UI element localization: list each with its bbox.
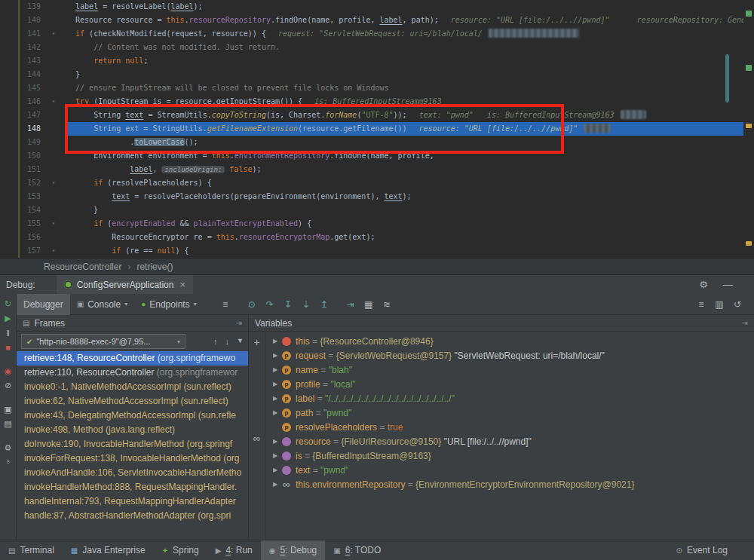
code-text[interactable]: } xyxy=(66,68,754,81)
code-text[interactable]: Environment environment = this.environme… xyxy=(66,149,754,163)
editor-gutter[interactable]: 150 xyxy=(0,149,66,163)
step-out-icon[interactable]: ↥ xyxy=(317,299,332,310)
rerun-icon[interactable]: ↻ xyxy=(2,297,15,311)
frame-row[interactable]: invoke:62, NativeMethodAccessorImpl (sun… xyxy=(17,394,248,409)
frame-row[interactable]: doInvoke:190, InvocableHandlerMethod (or… xyxy=(17,437,248,451)
step-into-icon[interactable]: ↧ xyxy=(280,299,296,310)
editor-gutter[interactable]: 145 xyxy=(0,81,66,95)
code-editor[interactable]: 139 label = resolveLabel(label);140 Reso… xyxy=(0,0,754,258)
code-text[interactable]: // ensure InputStream will be closed to … xyxy=(66,81,754,95)
variable-row[interactable]: ▶this = {ResourceController@8946} xyxy=(265,334,754,348)
next-frame-icon[interactable]: ↓ xyxy=(225,337,230,346)
restore-view-icon[interactable]: ↺ xyxy=(730,299,745,310)
line-number[interactable]: 146 xyxy=(0,95,48,109)
line-number[interactable]: 153 xyxy=(0,190,48,203)
statusbar-terminal[interactable]: ▤Terminal xyxy=(0,540,63,560)
frame-row[interactable]: invokeHandlerMethod:888, RequestMappingH… xyxy=(17,480,248,494)
breadcrumb-class[interactable]: ResourceController xyxy=(44,262,121,272)
code-text[interactable]: label = resolveLabel(label); xyxy=(66,0,754,14)
code-text[interactable]: label, includeOrigin: false); xyxy=(66,163,754,176)
editor-gutter[interactable]: 154 xyxy=(0,203,66,217)
run-to-cursor-icon[interactable]: ⇥ xyxy=(343,299,358,310)
variable-row[interactable]: ▶pname = "blah" xyxy=(265,363,754,377)
frame-row[interactable]: handleInternal:793, RequestMappingHandle… xyxy=(17,494,248,509)
editor-gutter[interactable]: 139 xyxy=(0,0,66,14)
variable-row[interactable]: ▶plabel = "/../../../../../../../../../.… xyxy=(265,391,754,405)
scrollbar-thumb[interactable] xyxy=(725,54,729,103)
code-text[interactable]: String text = StreamUtils.copyToString(i… xyxy=(66,109,754,122)
layout-menu-icon[interactable]: ≡ xyxy=(218,299,233,310)
minimize-icon[interactable]: — xyxy=(723,279,733,290)
editor-gutter[interactable]: 146▾ xyxy=(0,95,66,109)
code-text[interactable]: .toLowerCase(); xyxy=(66,136,754,149)
code-text[interactable]: ResourceEncryptor re = this.resourceEncr… xyxy=(66,231,754,244)
previous-frame-icon[interactable]: ↑ xyxy=(213,337,218,346)
pause-icon[interactable]: ‖ xyxy=(2,326,15,340)
line-number[interactable]: 151 xyxy=(0,163,48,176)
line-number[interactable]: 150 xyxy=(0,149,48,163)
code-text[interactable]: if (checkNotModified(request, resource))… xyxy=(66,27,754,41)
code-text[interactable]: Resource resource = this.resourceReposit… xyxy=(66,14,754,27)
code-text[interactable]: if (re == null) { xyxy=(66,244,754,258)
editor-gutter[interactable]: 142 xyxy=(0,41,66,54)
add-watch-icon[interactable]: + xyxy=(253,336,259,348)
restore-layout-icon[interactable]: ▤ xyxy=(2,417,15,431)
code-text[interactable]: try (InputStream is = resource.getInputS… xyxy=(66,95,754,109)
editor-gutter[interactable]: 151 xyxy=(0,163,66,176)
variable-row[interactable]: ▶resource = {FileUrlResource@9150} "URL … xyxy=(265,434,754,448)
statusbar-run[interactable]: ▶4: Run xyxy=(207,540,261,560)
editor-scrollbar[interactable] xyxy=(743,0,754,258)
view-menu-icon[interactable]: ≡ xyxy=(694,299,709,310)
mute-breakpoints-icon[interactable]: ⊘ xyxy=(2,378,15,393)
line-number[interactable]: 157 xyxy=(0,244,48,258)
expand-chevron-icon[interactable]: ▶ xyxy=(270,338,280,344)
frame-row[interactable]: invoke0:-1, NativeMethodAccessorImpl (su… xyxy=(17,380,248,394)
frame-row[interactable]: invokeForRequest:138, InvocableHandlerMe… xyxy=(17,451,248,466)
pin-icon[interactable]: ♀ xyxy=(2,455,15,470)
statusbar-todo[interactable]: ▣6: TODO xyxy=(325,540,389,560)
resume-icon[interactable]: ▶ xyxy=(2,311,15,326)
code-text[interactable]: // Content was not modified. Just return… xyxy=(66,41,754,54)
variable-row[interactable]: ▶is = {BufferedInputStream@9163} xyxy=(265,448,754,463)
fold-icon[interactable]: ▾ xyxy=(48,27,59,41)
statusbar-event-log[interactable]: ⊙Event Log xyxy=(668,540,736,560)
editor-gutter[interactable]: 157▾ xyxy=(0,244,66,258)
hide-panel-icon[interactable]: ⇥ xyxy=(742,319,748,327)
frame-row[interactable]: retrieve:110, ResourceController (org.sp… xyxy=(17,366,248,380)
thread-selector[interactable]: ✔ "http-nio-8888-exec-9"@7,95... ▾ xyxy=(21,334,185,349)
editor-gutter[interactable]: 140 xyxy=(0,14,66,27)
line-number[interactable]: 143 xyxy=(0,54,48,68)
editor-gutter[interactable]: 148 xyxy=(0,122,66,136)
watches-icon[interactable]: ∞ xyxy=(253,433,260,444)
line-number[interactable]: 147 xyxy=(0,109,48,122)
variable-row[interactable]: ▶ppath = "pwnd" xyxy=(265,405,754,420)
frame-row[interactable]: handle:87, AbstractHandlerMethodAdapter … xyxy=(17,509,248,523)
hide-panel-icon[interactable]: ⇥ xyxy=(236,319,242,327)
line-number[interactable]: 142 xyxy=(0,41,48,54)
filter-frames-icon[interactable]: ▼ xyxy=(237,337,244,346)
line-number[interactable]: 140 xyxy=(0,14,48,27)
expand-chevron-icon[interactable]: ▶ xyxy=(270,395,280,402)
expand-chevron-icon[interactable]: ▶ xyxy=(270,467,280,473)
expand-chevron-icon[interactable]: ▶ xyxy=(270,366,280,373)
thread-dump-icon[interactable]: ▣ xyxy=(2,402,15,417)
variable-row[interactable]: ▶∞this.environmentRepository = {Environm… xyxy=(265,477,754,491)
frame-row[interactable]: invoke:498, Method (java.lang.reflect) xyxy=(17,423,248,437)
expand-chevron-icon[interactable]: ▶ xyxy=(270,352,280,359)
expand-chevron-icon[interactable]: ▶ xyxy=(270,381,280,387)
force-step-into-icon[interactable]: ⇣ xyxy=(299,299,314,310)
step-over-icon[interactable]: ↷ xyxy=(262,299,277,310)
editor-gutter[interactable]: 149 xyxy=(0,136,66,149)
editor-gutter[interactable]: 156 xyxy=(0,231,66,244)
statusbar-debug[interactable]: ◉5: Debug xyxy=(261,540,325,560)
line-number[interactable]: 149 xyxy=(0,136,48,149)
code-text[interactable]: return null; xyxy=(66,54,754,68)
fold-icon[interactable]: ▾ xyxy=(48,244,59,258)
editor-gutter[interactable]: 155▾ xyxy=(0,217,66,231)
line-number[interactable]: 139 xyxy=(0,0,48,14)
line-number[interactable]: 152 xyxy=(0,176,48,190)
trace-stream-icon[interactable]: ≋ xyxy=(379,299,394,310)
variable-row[interactable]: ▶prequest = {ServletWebRequest@9157} "Se… xyxy=(265,348,754,363)
code-text[interactable]: text = resolvePlaceholders(prepareEnviro… xyxy=(66,190,754,203)
line-number[interactable]: 144 xyxy=(0,68,48,81)
